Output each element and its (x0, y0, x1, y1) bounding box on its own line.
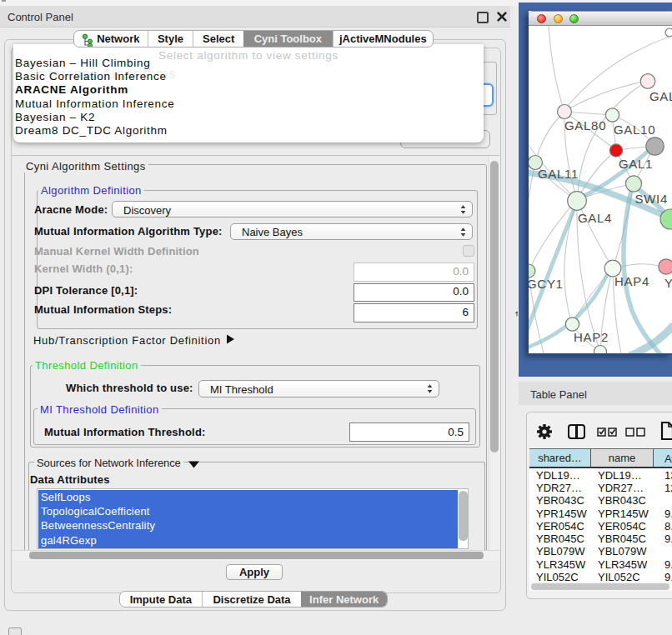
svg-text:HAP4: HAP4 (614, 274, 649, 288)
svg-text:SWI4: SWI4 (635, 192, 668, 206)
svg-text:Y: Y (664, 276, 672, 290)
svg-text:HAP2: HAP2 (574, 330, 609, 344)
svg-text:GAL1: GAL1 (619, 157, 653, 171)
svg-text:GCY1: GCY1 (529, 277, 564, 291)
svg-text:GAL11: GAL11 (538, 167, 579, 181)
svg-text:GAL80: GAL80 (564, 118, 606, 132)
svg-text:GAL8: GAL8 (649, 89, 672, 103)
svg-text:GAL10: GAL10 (614, 122, 655, 137)
svg-text:GAL4: GAL4 (578, 211, 612, 225)
